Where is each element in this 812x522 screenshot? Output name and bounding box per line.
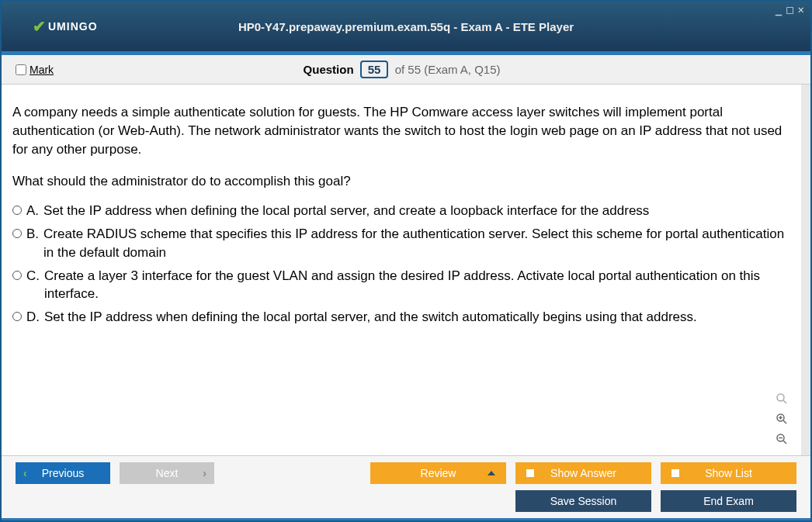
question-number-box: 55 — [360, 60, 389, 78]
search-icon[interactable] — [773, 390, 790, 407]
logo-check-icon: ✔ — [33, 17, 47, 36]
accent-bottom — [2, 518, 810, 520]
footer: ‹ Previous Next › Review Show Answer Sho… — [2, 455, 810, 518]
review-button[interactable]: Review — [370, 462, 506, 484]
logo-text: UMINGO — [48, 20, 98, 33]
mark-label[interactable]: Mark — [29, 64, 54, 76]
answer-letter: A. — [26, 202, 39, 220]
zoom-in-icon[interactable] — [773, 410, 790, 427]
answer-text: Set the IP address when defining the loc… — [43, 202, 790, 220]
answer-text: Set the IP address when defining the loc… — [44, 308, 790, 327]
answer-option[interactable]: A. Set the IP address when defining the … — [12, 202, 790, 220]
question-indicator: Question 55 of 55 (Exam A, Q15) — [54, 60, 750, 78]
save-session-label: Save Session — [550, 495, 617, 507]
next-button[interactable]: Next › — [120, 462, 214, 484]
answer-list: A. Set the IP address when defining the … — [12, 202, 790, 327]
end-exam-label: End Exam — [703, 495, 754, 507]
answer-option[interactable]: D. Set the IP address when defining the … — [12, 308, 790, 327]
answer-option[interactable]: B. Create RADIUS scheme that specifies t… — [12, 225, 790, 262]
minimize-icon[interactable]: _ — [776, 3, 782, 16]
maximize-icon[interactable]: □ — [786, 3, 793, 16]
answer-text: Create RADIUS scheme that specifies this… — [43, 225, 790, 262]
answer-letter: C. — [26, 267, 40, 285]
close-icon[interactable]: ✕ — [798, 3, 804, 16]
review-label: Review — [421, 467, 456, 479]
scrollbar[interactable] — [801, 85, 810, 455]
show-list-button[interactable]: Show List — [661, 462, 796, 484]
svg-point-0 — [777, 394, 784, 401]
answer-letter: B. — [26, 225, 39, 244]
app-logo: ✔ UMINGO — [33, 17, 98, 36]
answer-letter: D. — [26, 308, 40, 327]
show-answer-button[interactable]: Show Answer — [515, 462, 651, 484]
question-ask: What should the administrator do to acco… — [12, 172, 790, 191]
question-of-text: of 55 (Exam A, Q15) — [395, 63, 501, 76]
next-label: Next — [156, 467, 179, 479]
save-session-button[interactable]: Save Session — [515, 490, 651, 512]
show-answer-label: Show Answer — [550, 467, 616, 479]
radio-icon[interactable] — [12, 229, 22, 238]
stop-icon — [671, 469, 679, 477]
end-exam-button[interactable]: End Exam — [661, 490, 796, 512]
window-controls: _ □ ✕ — [776, 3, 804, 16]
show-list-label: Show List — [705, 467, 752, 479]
window-title: HP0-Y47.prepaway.premium.exam.55q - Exam… — [238, 20, 574, 33]
answer-text: Create a layer 3 interface for the guest… — [44, 267, 790, 304]
answer-option[interactable]: C. Create a layer 3 interface for the gu… — [12, 267, 790, 304]
radio-icon[interactable] — [12, 271, 22, 280]
previous-label: Previous — [42, 467, 84, 479]
chevron-right-icon: › — [203, 467, 206, 479]
titlebar: ✔ UMINGO HP0-Y47.prepaway.premium.exam.5… — [2, 2, 810, 51]
question-label: Question — [304, 63, 354, 76]
question-content: A company needs a simple authenticate so… — [2, 85, 801, 455]
zoom-out-icon[interactable] — [773, 430, 790, 448]
chevron-left-icon: ‹ — [23, 467, 27, 479]
svg-line-7 — [783, 441, 786, 444]
mark-checkbox-wrap[interactable]: Mark — [16, 64, 54, 76]
question-body: A company needs a simple authenticate so… — [12, 103, 790, 158]
radio-icon[interactable] — [12, 206, 22, 215]
question-bar: Mark Question 55 of 55 (Exam A, Q15) — [2, 55, 810, 85]
previous-button[interactable]: ‹ Previous — [16, 462, 110, 484]
radio-icon[interactable] — [12, 312, 22, 321]
svg-line-3 — [783, 420, 786, 423]
zoom-controls — [773, 390, 790, 448]
stop-icon — [526, 469, 534, 477]
svg-line-1 — [783, 400, 786, 403]
mark-checkbox[interactable] — [16, 64, 26, 75]
triangle-up-icon — [488, 471, 495, 475]
